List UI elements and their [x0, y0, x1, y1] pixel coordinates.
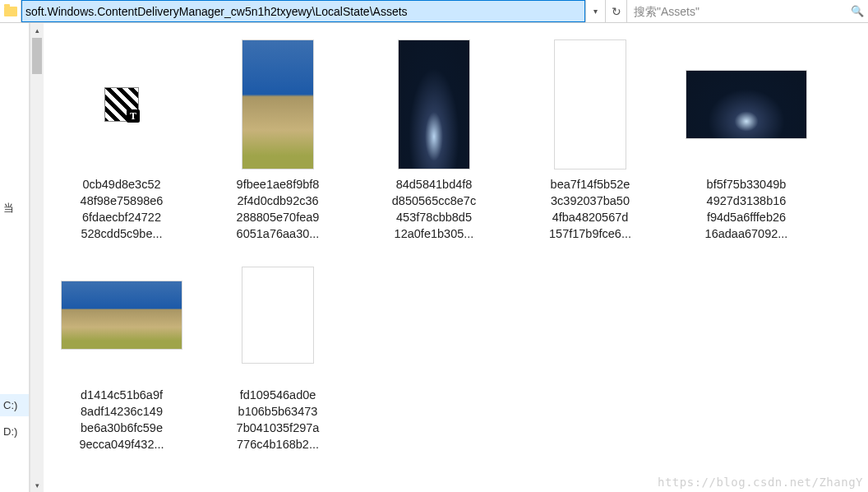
file-item[interactable]: bf5f75b33049b4927d3138b16f94d5a6fffeb261…	[685, 35, 808, 242]
file-name: bf5f75b33049b4927d3138b16f94d5a6fffeb261…	[686, 176, 806, 242]
nav-drive-d[interactable]: D:)	[0, 420, 29, 443]
thumbnail	[372, 38, 496, 171]
file-name: 84d5841bd4f8d850565cc8e7c453f78cbb8d512a…	[374, 176, 494, 242]
thumbnail	[529, 38, 652, 171]
thumbnail	[60, 248, 183, 382]
file-item[interactable]: d1414c51b6a9f8adf14236c149be6a30b6fc59e9…	[60, 245, 183, 453]
file-name: 9fbee1ae8f9bf82f4d0cdb92c36288805e70fea9…	[218, 176, 338, 242]
folder-icon[interactable]	[0, 0, 21, 22]
file-item[interactable]: 9fbee1ae8f9bf82f4d0cdb92c36288805e70fea9…	[216, 35, 339, 242]
file-item[interactable]: 84d5841bd4f8d850565cc8e7c453f78cbb8d512a…	[372, 35, 496, 242]
watermark: https://blog.csdn.net/ZhangY	[658, 476, 863, 489]
thumbnail	[216, 38, 339, 171]
file-item[interactable]: bea7f14f5b52e3c392037ba504fba4820567d157…	[529, 35, 652, 242]
scroll-up-icon[interactable]: ▴	[30, 23, 44, 37]
address-toolbar: soft.Windows.ContentDeliveryManager_cw5n…	[0, 0, 868, 23]
thumbnail	[60, 38, 183, 171]
file-name: 0cb49d8e3c5248f98e75898e66fdaecbf2472252…	[62, 176, 182, 242]
file-grid: 0cb49d8e3c5248f98e75898e66fdaecbf2472252…	[60, 35, 852, 453]
thumbnail	[216, 248, 339, 382]
file-item[interactable]: fd109546ad0eb106b5b634737b041035f297a776…	[216, 245, 339, 453]
nav-drive-c[interactable]: C:)	[0, 394, 29, 416]
thumbnail	[685, 38, 808, 171]
scroll-down-icon[interactable]: ▾	[30, 478, 44, 492]
nav-item[interactable]: 当	[0, 196, 29, 220]
address-dropdown-icon[interactable]: ▾	[585, 0, 605, 22]
address-bar[interactable]: soft.Windows.ContentDeliveryManager_cw5n…	[21, 0, 585, 22]
file-name: fd109546ad0eb106b5b634737b041035f297a776…	[218, 387, 338, 453]
search-box: 🔍	[626, 0, 868, 22]
search-icon[interactable]: 🔍	[847, 5, 868, 17]
file-name: bea7f14f5b52e3c392037ba504fba4820567d157…	[530, 176, 650, 242]
nav-tree: 当 C:) D:)	[0, 23, 30, 492]
address-path: soft.Windows.ContentDeliveryManager_cw5n…	[25, 5, 408, 18]
file-item[interactable]: 0cb49d8e3c5248f98e75898e66fdaecbf2472252…	[60, 35, 183, 242]
scroll-thumb[interactable]	[32, 38, 42, 74]
refresh-icon[interactable]: ↻	[605, 0, 626, 22]
body: 当 C:) D:) ▴ ▾ 0cb49d8e3c5248f98e75898e66…	[0, 23, 868, 492]
nav-scrollbar[interactable]: ▴ ▾	[30, 23, 44, 492]
search-input[interactable]	[627, 0, 847, 22]
file-name: d1414c51b6a9f8adf14236c149be6a30b6fc59e9…	[62, 387, 182, 453]
file-pane: 0cb49d8e3c5248f98e75898e66fdaecbf2472252…	[44, 23, 868, 492]
